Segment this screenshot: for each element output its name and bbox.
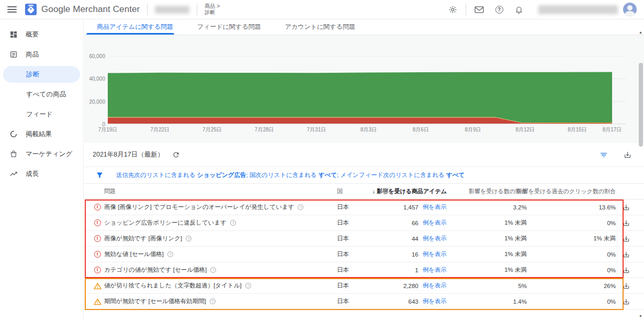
vertical-scrollbar[interactable]: ▲ ▼ — [637, 19, 644, 321]
account-name-blurred — [155, 6, 189, 14]
scroll-up-arrow[interactable]: ▲ — [639, 30, 642, 34]
list-icon — [9, 50, 18, 59]
performance-icon — [9, 130, 18, 138]
affected-items-count: 16 — [412, 251, 419, 258]
issue-title: 無効な値 [セール価格]? — [104, 250, 337, 258]
table-row: !画像 [画像リンク] でプロモーションのオーバーレイが発生しています?日本1,… — [84, 200, 644, 215]
issue-title: 値が切り捨てられました（文字数超過）[タイトル]? — [104, 282, 337, 290]
mail-icon[interactable] — [474, 5, 484, 14]
clicks-percentage: 13.6% — [527, 204, 616, 211]
column-header-affected-items[interactable]: ↓ 影響を受ける商品アイテム — [372, 187, 447, 195]
download-row-icon[interactable] — [623, 298, 630, 305]
affected-items-count: 2,280 — [403, 283, 419, 289]
column-header-clicks-pct[interactable]: 影響を受ける過去のクリック数の割合 — [517, 187, 616, 195]
download-row-icon[interactable] — [623, 282, 630, 290]
breadcrumb: 商品 > 診断 — [205, 3, 220, 16]
sidebar-item-all-products[interactable]: すべての商品 — [0, 84, 83, 104]
active-filters-bar[interactable]: 送信先次のリストに含まれる ショッピング広告; 国次のリストに含まれる すべて;… — [84, 167, 644, 184]
issue-help-icon[interactable]: ? — [245, 283, 251, 289]
sidebar-item-growth[interactable]: 成長 — [0, 164, 83, 184]
sidebar-item-marketing[interactable]: マーケティング — [0, 144, 83, 164]
x-axis-tick-label: 7月28日 — [247, 126, 281, 134]
show-examples-link[interactable]: 例を表示 — [423, 297, 447, 305]
sidebar-item-performance[interactable]: 掲載結果 — [0, 124, 83, 144]
issue-help-icon[interactable]: ? — [210, 298, 216, 304]
download-row-icon[interactable] — [623, 219, 630, 227]
table-row: 期間が無効です [セール価格有効期間]?日本643例を表示1.4%0% — [84, 294, 644, 309]
tab-feed-issues[interactable]: フィードに関する問題 — [197, 19, 261, 35]
issue-title: 画像 [画像リンク] でプロモーションのオーバーレイが発生しています? — [104, 203, 337, 211]
clicks-percentage: 1% 未満 — [527, 235, 616, 242]
issue-help-icon[interactable]: ? — [230, 220, 236, 226]
x-axis-tick-label: 8月15日 — [561, 126, 594, 134]
issue-help-icon[interactable]: ? — [298, 204, 303, 210]
column-header-issue[interactable]: 問題 — [104, 187, 337, 195]
x-axis-tick-label: 8月9日 — [456, 126, 490, 134]
issue-help-icon[interactable]: ? — [167, 251, 173, 257]
report-date: 2021年8月17日（最新） — [93, 150, 164, 159]
issue-country: 日本 — [337, 250, 394, 258]
clicks-percentage: 0% — [527, 298, 616, 305]
issue-title: カテゴリの値が無効です [セール価格]? — [104, 266, 337, 274]
sidebar-item-feeds[interactable]: フィード — [0, 104, 83, 124]
help-icon[interactable]: ? — [494, 5, 504, 14]
warning-icon — [94, 282, 101, 290]
download-row-icon[interactable] — [623, 235, 630, 242]
download-report-icon[interactable] — [624, 151, 631, 159]
sidebar-item-label: マーケティング — [26, 150, 72, 159]
sidebar-item-overview[interactable]: 概要 — [0, 25, 83, 45]
issue-title: 期間が無効です [セール価格有効期間]? — [104, 297, 337, 305]
y-axis-tick-label: 20,000 — [84, 99, 105, 105]
tab-item-issues[interactable]: 商品アイテムに関する問題 — [97, 19, 173, 35]
scroll-down-arrow[interactable]: ▼ — [639, 314, 642, 318]
show-examples-link[interactable]: 例を表示 — [423, 282, 447, 290]
show-examples-link[interactable]: 例を表示 — [423, 219, 447, 227]
shopping-bag-icon — [9, 150, 18, 158]
sidebar-item-diagnostics[interactable]: 診断 — [3, 66, 80, 83]
issue-country: 日本 — [337, 235, 394, 242]
issue-country: 日本 — [337, 282, 394, 290]
affected-items-count: 643 — [409, 298, 419, 305]
tab-account-issues[interactable]: アカウントに関する問題 — [285, 19, 355, 35]
table-row: !画像が無効です [画像リンク]?日本44例を表示1% 未満1% 未満 — [84, 231, 644, 247]
sidebar-item-label: 掲載結果 — [26, 130, 52, 139]
scrollbar-thumb[interactable] — [639, 63, 643, 147]
affected-percentage: 5% — [447, 283, 527, 289]
sidebar-item-label: 成長 — [26, 170, 39, 179]
issue-title: 画像が無効です [画像リンク]? — [104, 235, 337, 242]
refresh-icon[interactable] — [172, 151, 180, 159]
product-name: Google Merchant Center — [41, 4, 140, 15]
hamburger-menu-icon[interactable] — [7, 6, 17, 13]
tab-bar: 商品アイテムに関する問題 フィードに関する問題 アカウントに関する問題 — [84, 19, 644, 35]
download-row-icon[interactable] — [623, 267, 630, 274]
notifications-bell-icon[interactable] — [514, 5, 524, 14]
filter-list-icon[interactable] — [600, 151, 608, 159]
table-header: 問題 国 ↓ 影響を受ける商品アイテム 影響を受ける数の割合 影響を受ける過去の… — [84, 184, 644, 200]
download-row-icon[interactable] — [623, 204, 630, 211]
avatar[interactable] — [623, 3, 637, 16]
dashboard-icon — [9, 30, 18, 39]
settings-gear-icon[interactable] — [448, 5, 457, 14]
merchant-center-logo-icon[interactable] — [25, 4, 37, 15]
show-examples-link[interactable]: 例を表示 — [423, 250, 447, 258]
show-examples-link[interactable]: 例を表示 — [423, 235, 447, 242]
issue-help-icon[interactable]: ? — [186, 236, 191, 241]
x-axis-tick-label: 7月25日 — [195, 126, 229, 134]
show-examples-link[interactable]: 例を表示 — [423, 203, 447, 211]
header-divider — [466, 4, 466, 15]
x-axis-tick-label: 7月19日 — [91, 126, 125, 134]
clicks-percentage: 26% — [527, 283, 616, 289]
error-icon: ! — [94, 219, 101, 226]
breadcrumb-parent[interactable]: 商品 > — [205, 3, 220, 9]
x-axis-tick-label: 8月3日 — [352, 126, 386, 134]
download-row-icon[interactable] — [623, 251, 630, 258]
issue-title: ショッピング広告ポリシーに違反しています? — [104, 219, 337, 227]
affected-percentage: 1% 未満 — [447, 250, 527, 258]
sidebar-item-products[interactable]: 商品 — [0, 45, 83, 64]
show-examples-link[interactable]: 例を表示 — [423, 266, 447, 274]
main-content: 商品アイテムに関する問題 フィードに関する問題 アカウントに関する問題 020,… — [84, 19, 644, 321]
issue-help-icon[interactable]: ? — [210, 267, 216, 273]
issue-country: 日本 — [337, 203, 394, 211]
table-row: !カテゴリの値が無効です [セール価格]?日本1例を表示1% 未満0% — [84, 262, 644, 278]
table-row: 値が切り捨てられました（文字数超過）[タイトル]?日本2,280例を表示5%26… — [84, 278, 644, 294]
